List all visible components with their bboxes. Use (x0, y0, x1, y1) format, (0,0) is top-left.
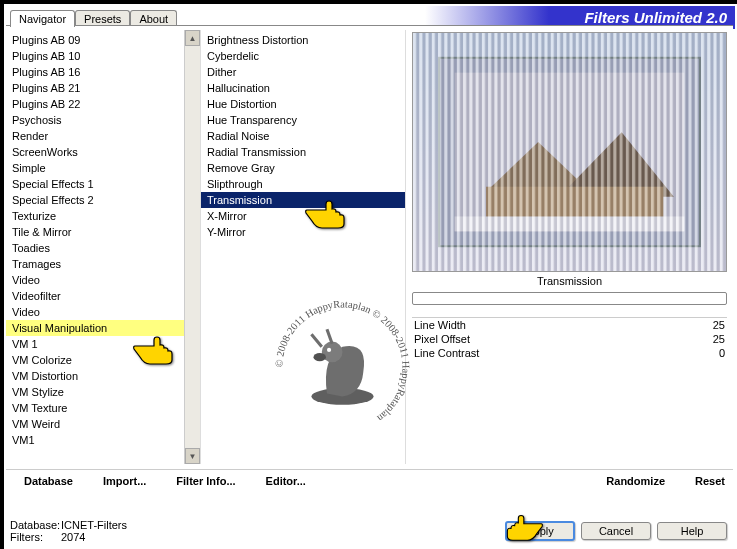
tab-navigator[interactable]: Navigator (10, 10, 75, 27)
list-item[interactable]: VM Weird (6, 416, 200, 432)
list-item[interactable]: VM1 (6, 432, 200, 448)
filter-info-button[interactable]: Filter Info... (176, 475, 235, 487)
apply-button[interactable]: Apply (505, 521, 575, 541)
category-list[interactable]: Plugins AB 09Plugins AB 10Plugins AB 16P… (6, 30, 201, 464)
list-item[interactable]: Toadies (6, 240, 200, 256)
param-row[interactable]: Pixel Offset25 (412, 332, 727, 346)
list-item[interactable]: Plugins AB 09 (6, 32, 200, 48)
status-db-label: Database: (10, 519, 55, 531)
status-db-value: ICNET-Filters (61, 519, 127, 531)
scroll-down-icon[interactable]: ▼ (185, 448, 200, 464)
list-item[interactable]: Radial Noise (201, 128, 405, 144)
status-filters-value: 2074 (61, 531, 85, 543)
svg-rect-9 (413, 33, 726, 271)
list-item[interactable]: Simple (6, 160, 200, 176)
param-label: Line Contrast (414, 347, 685, 359)
param-value: 25 (685, 319, 725, 331)
list-item[interactable]: Render (6, 128, 200, 144)
app-title: Filters Unlimited 2.0 (584, 9, 727, 26)
status-bar: Database: ICNET-Filters Filters: 2074 Ap… (10, 519, 727, 543)
param-row[interactable]: Line Contrast0 (412, 346, 727, 360)
param-label: Pixel Offset (414, 333, 685, 345)
list-item[interactable]: Tramages (6, 256, 200, 272)
list-item[interactable]: Video (6, 304, 200, 320)
param-value: 25 (685, 333, 725, 345)
import-button[interactable]: Import... (103, 475, 146, 487)
list-item[interactable]: Special Effects 2 (6, 192, 200, 208)
filter-list[interactable]: Brightness DistortionCyberdelicDitherHal… (201, 30, 406, 464)
list-item[interactable]: Hue Distortion (201, 96, 405, 112)
list-item[interactable]: Plugins AB 21 (6, 80, 200, 96)
reset-button[interactable]: Reset (695, 475, 725, 487)
param-row[interactable]: Line Width25 (412, 318, 727, 332)
list-item[interactable]: Slipthrough (201, 176, 405, 192)
preview-image (412, 32, 727, 272)
list-item[interactable]: VM Stylize (6, 384, 200, 400)
cancel-button[interactable]: Cancel (581, 522, 651, 540)
list-item[interactable]: Tile & Mirror (6, 224, 200, 240)
param-label: Line Width (414, 319, 685, 331)
list-item[interactable]: Special Effects 1 (6, 176, 200, 192)
list-item[interactable]: Videofilter (6, 288, 200, 304)
list-item[interactable]: ScreenWorks (6, 144, 200, 160)
list-item[interactable]: Video (6, 272, 200, 288)
status-filters-label: Filters: (10, 531, 55, 543)
list-item[interactable]: Transmission (201, 192, 405, 208)
help-button[interactable]: Help (657, 522, 727, 540)
list-item[interactable]: Cyberdelic (201, 48, 405, 64)
database-button[interactable]: Database (24, 475, 73, 487)
progress-bar (412, 292, 727, 305)
list-item[interactable]: Plugins AB 10 (6, 48, 200, 64)
list-item[interactable]: Radial Transmission (201, 144, 405, 160)
list-item[interactable]: Hallucination (201, 80, 405, 96)
list-item[interactable]: X-Mirror (201, 208, 405, 224)
list-item[interactable]: VM Distortion (6, 368, 200, 384)
list-item[interactable]: Dither (201, 64, 405, 80)
command-row: Database Import... Filter Info... Editor… (6, 469, 733, 492)
preview-label: Transmission (412, 272, 727, 292)
scroll-up-icon[interactable]: ▲ (185, 30, 200, 46)
list-item[interactable]: Visual Manipulation (6, 320, 200, 336)
list-item[interactable]: Brightness Distortion (201, 32, 405, 48)
list-item[interactable]: Remove Gray (201, 160, 405, 176)
list-item[interactable]: Plugins AB 16 (6, 64, 200, 80)
list-item[interactable]: Plugins AB 22 (6, 96, 200, 112)
list-item[interactable]: Texturize (6, 208, 200, 224)
randomize-button[interactable]: Randomize (606, 475, 665, 487)
right-pane: Transmission Line Width25Pixel Offset25L… (406, 30, 733, 464)
list-item[interactable]: Y-Mirror (201, 224, 405, 240)
param-value: 0 (685, 347, 725, 359)
editor-button[interactable]: Editor... (266, 475, 306, 487)
parameter-list: Line Width25Pixel Offset25Line Contrast0 (412, 317, 727, 360)
list-item[interactable]: Psychosis (6, 112, 200, 128)
scrollbar[interactable]: ▲ ▼ (184, 30, 200, 464)
list-item[interactable]: VM 1 (6, 336, 200, 352)
list-item[interactable]: VM Colorize (6, 352, 200, 368)
list-item[interactable]: Hue Transparency (201, 112, 405, 128)
list-item[interactable]: VM Texture (6, 400, 200, 416)
